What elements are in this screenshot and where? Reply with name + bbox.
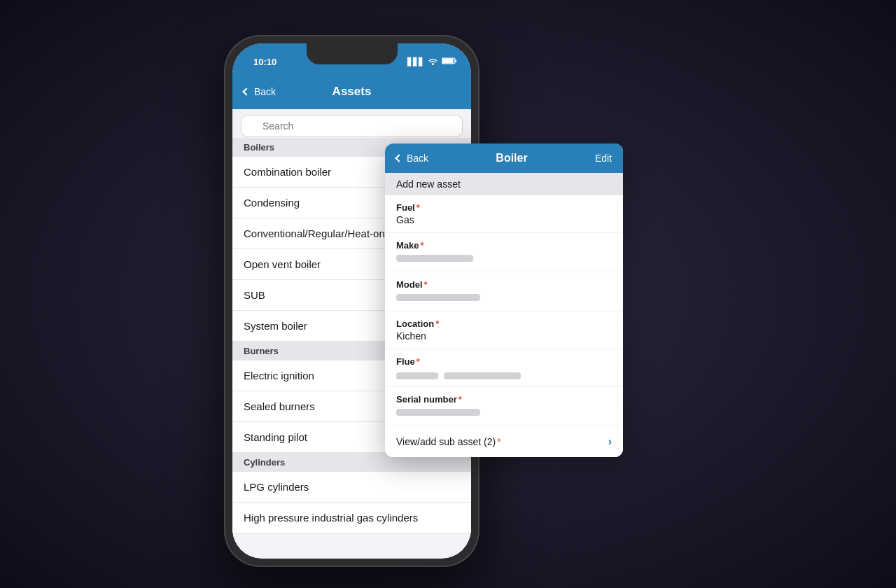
make-field: Make* — [385, 233, 623, 272]
serial-number-label: Serial number* — [396, 394, 612, 405]
detail-back-label: Back — [407, 153, 428, 164]
phone-notch — [307, 43, 398, 64]
model-label: Model* — [396, 279, 612, 290]
model-required-star: * — [424, 279, 428, 290]
search-input[interactable] — [241, 115, 463, 137]
svg-rect-1 — [442, 59, 454, 63]
serial-number-placeholder — [396, 406, 612, 419]
fuel-field: Fuel* Gas — [385, 195, 623, 233]
serial-number-field: Serial number* — [385, 387, 623, 426]
search-wrapper: 🔍 — [241, 115, 463, 137]
flue-required-star: * — [416, 356, 420, 367]
fuel-required-star: * — [416, 202, 420, 213]
detail-nav-title: Boiler — [496, 152, 527, 164]
battery-icon — [442, 57, 457, 66]
phone-back-button[interactable]: Back — [244, 86, 276, 97]
add-new-asset-label: Add new asset — [396, 178, 461, 190]
fuel-label: Fuel* — [396, 202, 612, 213]
status-time: 10:10 — [246, 57, 276, 67]
location-required-star: * — [435, 318, 439, 329]
phone-nav-title: Assets — [332, 85, 372, 99]
location-field: Location* Kichen — [385, 312, 623, 349]
flue-label: Flue* — [396, 356, 612, 367]
list-item[interactable]: High pressure industrial gas cylinders — [232, 503, 471, 533]
detail-back-chevron-icon — [395, 154, 402, 162]
back-chevron-icon — [242, 88, 250, 95]
location-label: Location* — [396, 318, 612, 329]
svg-rect-2 — [455, 59, 456, 62]
phone-nav-bar: Back Assets — [232, 74, 471, 109]
wifi-icon — [428, 57, 438, 66]
make-label: Make* — [396, 240, 612, 251]
list-item[interactable]: LPG cylinders — [232, 472, 471, 503]
flue-placeholder-1 — [396, 372, 438, 379]
location-value: Kichen — [396, 330, 612, 342]
boiler-detail-card: Back Boiler Edit Add new asset Fuel* Gas… — [385, 144, 623, 457]
serial-placeholder — [396, 409, 480, 416]
add-new-asset-bar: Add new asset — [385, 173, 623, 195]
detail-nav-bar: Back Boiler Edit — [385, 144, 623, 173]
flue-field: Flue* — [385, 349, 623, 387]
make-required-star: * — [421, 240, 424, 251]
detail-body: Fuel* Gas Make* Model* — [385, 195, 623, 457]
detail-back-button[interactable]: Back — [396, 153, 428, 164]
signal-icon: ▋▋▋ — [407, 57, 424, 66]
model-placeholder — [396, 291, 612, 304]
sub-asset-chevron-icon: › — [608, 435, 612, 448]
status-icons: ▋▋▋ — [407, 57, 457, 66]
sub-asset-row[interactable]: View/add sub asset (2)* › — [385, 426, 623, 457]
sub-asset-required-star: * — [497, 436, 500, 447]
fuel-value: Gas — [396, 214, 612, 225]
flue-placeholder-2 — [444, 372, 521, 379]
scene: 10:10 ▋▋▋ — [189, 21, 707, 567]
flue-placeholder-row — [396, 370, 612, 379]
serial-required-star: * — [458, 394, 462, 405]
model-field: Model* — [385, 272, 623, 312]
make-placeholder — [396, 252, 612, 265]
phone-back-label: Back — [254, 86, 276, 97]
edit-button[interactable]: Edit — [595, 153, 612, 164]
sub-asset-label: View/add sub asset (2)* — [396, 436, 501, 447]
